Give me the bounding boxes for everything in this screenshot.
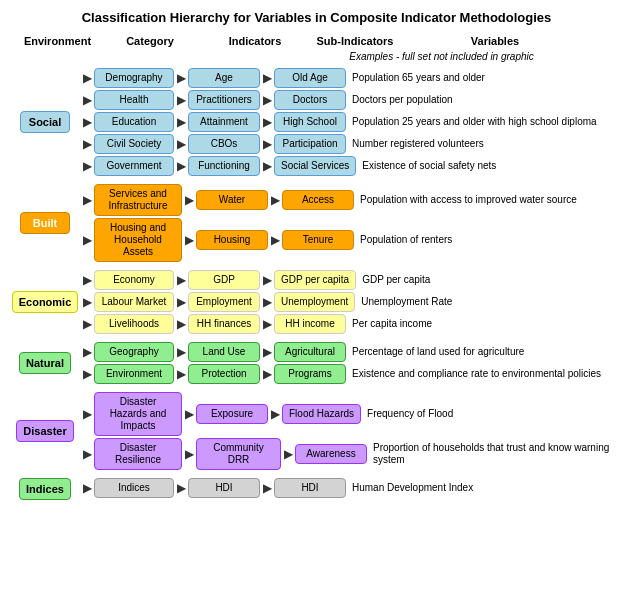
env-box-disaster: Disaster <box>16 420 73 442</box>
table-row: ▶Indices▶HDI▶HDIHuman Development Index <box>80 478 623 498</box>
examples-note: Examples - full set not included in grap… <box>260 51 623 62</box>
sub-indicator-box: Social Services <box>274 156 356 176</box>
arrow-icon: ▶ <box>260 317 274 331</box>
col-header-variables: Variables <box>405 35 585 47</box>
arrow-icon: ▶ <box>80 159 94 173</box>
arrow-icon: ▶ <box>174 93 188 107</box>
variable-text: Proportion of households that trust and … <box>367 442 623 466</box>
table-row: ▶Education▶Attainment▶High SchoolPopulat… <box>80 112 623 132</box>
arrow-icon: ▶ <box>80 295 94 309</box>
env-group-natural: Natural▶Geography▶Land Use▶AgriculturalP… <box>10 342 623 384</box>
sub-indicator-box: Programs <box>274 364 346 384</box>
rows-container-economic: ▶Economy▶GDP▶GDP per capitaGDP per capit… <box>80 270 623 334</box>
category-box: Housing and Household Assets <box>94 218 182 262</box>
table-row: ▶Civil Society▶CBOs▶ParticipationNumber … <box>80 134 623 154</box>
category-box: Demography <box>94 68 174 88</box>
arrow-icon: ▶ <box>182 447 196 461</box>
indicator-box: HDI <box>188 478 260 498</box>
table-row: ▶Disaster Resilience▶Community DRR▶Aware… <box>80 438 623 470</box>
arrow-icon: ▶ <box>174 345 188 359</box>
env-cell-economic: Economic <box>10 270 80 334</box>
category-box: Services and Infrastructure <box>94 184 182 216</box>
indicator-box: Employment <box>188 292 260 312</box>
category-box: Livelihoods <box>94 314 174 334</box>
variable-text: Existence and compliance rate to environ… <box>346 368 623 380</box>
indicator-box: Land Use <box>188 342 260 362</box>
indicator-box: Housing <box>196 230 268 250</box>
table-row: ▶Labour Market▶Employment▶UnemploymentUn… <box>80 292 623 312</box>
env-cell-disaster: Disaster <box>10 392 80 470</box>
table-row: ▶Health▶Practitioners▶DoctorsDoctors per… <box>80 90 623 110</box>
variable-text: Existence of social safety nets <box>356 160 623 172</box>
variable-text: Population of renters <box>354 234 623 246</box>
sub-indicator-box: Tenure <box>282 230 354 250</box>
arrow-icon: ▶ <box>174 295 188 309</box>
category-box: Education <box>94 112 174 132</box>
sub-indicator-box: Agricultural <box>274 342 346 362</box>
arrow-icon: ▶ <box>174 273 188 287</box>
variable-text: Percentage of land used for agriculture <box>346 346 623 358</box>
env-cell-built: Built <box>10 184 80 262</box>
arrow-icon: ▶ <box>182 233 196 247</box>
arrow-icon: ▶ <box>174 317 188 331</box>
arrow-icon: ▶ <box>268 193 282 207</box>
arrow-icon: ▶ <box>80 273 94 287</box>
arrow-icon: ▶ <box>260 295 274 309</box>
rows-container-natural: ▶Geography▶Land Use▶AgriculturalPercenta… <box>80 342 623 384</box>
variable-text: Population 65 years and older <box>346 72 623 84</box>
category-box: Labour Market <box>94 292 174 312</box>
env-cell-indices: Indices <box>10 478 80 500</box>
col-header-category: Category <box>95 35 205 47</box>
arrow-icon: ▶ <box>174 137 188 151</box>
env-cell-social: Social <box>10 68 80 176</box>
arrow-icon: ▶ <box>80 367 94 381</box>
arrow-icon: ▶ <box>260 93 274 107</box>
sub-indicator-box: High School <box>274 112 346 132</box>
indicator-box: HH finances <box>188 314 260 334</box>
arrow-icon: ▶ <box>268 233 282 247</box>
category-box: Disaster Hazards and Impacts <box>94 392 182 436</box>
table-row: ▶Geography▶Land Use▶AgriculturalPercenta… <box>80 342 623 362</box>
sub-indicator-box: HDI <box>274 478 346 498</box>
arrow-icon: ▶ <box>80 407 94 421</box>
rows-container-social: ▶Demography▶Age▶Old AgePopulation 65 yea… <box>80 68 623 176</box>
arrow-icon: ▶ <box>80 317 94 331</box>
arrow-icon: ▶ <box>80 345 94 359</box>
env-group-economic: Economic▶Economy▶GDP▶GDP per capitaGDP p… <box>10 270 623 334</box>
env-group-built: Built▶Services and Infrastructure▶Water▶… <box>10 184 623 262</box>
indicator-box: CBOs <box>188 134 260 154</box>
arrow-icon: ▶ <box>260 481 274 495</box>
sub-indicator-box: Participation <box>274 134 346 154</box>
sub-indicator-box: Flood Hazards <box>282 404 361 424</box>
variable-text: Number registered volunteers <box>346 138 623 150</box>
sub-indicator-box: Old Age <box>274 68 346 88</box>
indicator-box: Water <box>196 190 268 210</box>
variable-text: Unemployment Rate <box>355 296 623 308</box>
category-box: Indices <box>94 478 174 498</box>
table-row: ▶Housing and Household Assets▶Housing▶Te… <box>80 218 623 262</box>
indicator-box: Protection <box>188 364 260 384</box>
arrow-icon: ▶ <box>174 115 188 129</box>
arrow-icon: ▶ <box>174 159 188 173</box>
arrow-icon: ▶ <box>260 71 274 85</box>
variable-text: Population with access to improved water… <box>354 194 623 206</box>
col-header-sub-indicators: Sub-Indicators <box>305 35 405 47</box>
variable-text: Population 25 years and older with high … <box>346 116 623 128</box>
variable-text: Per capita income <box>346 318 623 330</box>
arrow-icon: ▶ <box>260 345 274 359</box>
page-title: Classification Hierarchy for Variables i… <box>10 10 623 27</box>
env-group-disaster: Disaster▶Disaster Hazards and Impacts▶Ex… <box>10 392 623 470</box>
env-cell-natural: Natural <box>10 342 80 384</box>
table-row: ▶Government▶Functioning▶Social ServicesE… <box>80 156 623 176</box>
variable-text: Human Development Index <box>346 482 623 494</box>
arrow-icon: ▶ <box>260 115 274 129</box>
indicator-box: Functioning <box>188 156 260 176</box>
rows-container-indices: ▶Indices▶HDI▶HDIHuman Development Index <box>80 478 623 500</box>
indicator-box: Age <box>188 68 260 88</box>
arrow-icon: ▶ <box>260 137 274 151</box>
arrow-icon: ▶ <box>260 159 274 173</box>
arrow-icon: ▶ <box>80 193 94 207</box>
category-box: Government <box>94 156 174 176</box>
indicator-box: Practitioners <box>188 90 260 110</box>
arrow-icon: ▶ <box>80 71 94 85</box>
